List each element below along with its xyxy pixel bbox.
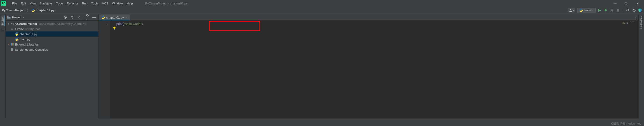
tree-label: chapter01.py: [20, 32, 37, 36]
line-gutter[interactable]: 1: [98, 21, 110, 118]
tool-tab-project[interactable]: Project: [1, 16, 5, 26]
python-icon: [579, 9, 583, 12]
window-title: PyCharmProject - chapter01.py: [145, 2, 188, 5]
menu-run[interactable]: Run: [80, 1, 90, 6]
next-problem-icon[interactable]: ˅: [632, 21, 634, 24]
right-tool-strip: Notifications: [638, 14, 644, 118]
code-with-me-button[interactable]: [638, 8, 642, 13]
expand-arrow-icon[interactable]: ▾: [7, 22, 10, 26]
svg-rect-10: [13, 43, 14, 45]
user-button[interactable]: ▾: [568, 8, 575, 13]
folder-icon: ■: [14, 27, 16, 31]
run-config-name: main: [584, 9, 591, 12]
tree-path: D:\Software\PyCharm\PyCharmPro: [39, 22, 86, 26]
code-area[interactable]: print("hello world") 💡 ⚠ 1 ˄ ˅: [110, 21, 638, 118]
maximize-button[interactable]: ☐: [621, 0, 632, 7]
code-line[interactable]: print("hello world"): [116, 22, 638, 26]
dropdown-arrow-icon: ▾: [573, 9, 574, 12]
editor-inspection[interactable]: ⚠ 1 ˄ ˅: [622, 21, 634, 24]
structure-tool-icon[interactable]: ☰: [1, 28, 4, 32]
stop-button[interactable]: [616, 8, 620, 13]
tab-label: chapter01.py: [106, 16, 124, 19]
code-string: "hello world": [124, 22, 142, 26]
run-config-selector[interactable]: main ▾: [577, 8, 596, 13]
line-number[interactable]: 1: [98, 22, 108, 26]
dropdown-arrow-icon: ▾: [592, 9, 594, 12]
menu-view[interactable]: View: [28, 1, 38, 6]
minimize-button[interactable]: —: [610, 0, 621, 7]
problems-count: 1: [626, 21, 628, 24]
breadcrumb[interactable]: PyCharmProject 〉 chapter01.py: [2, 8, 54, 13]
title-bar: PC File Edit View Navigate Code Refactor…: [0, 0, 644, 7]
expand-arrow-icon[interactable]: ▸: [7, 43, 10, 46]
svg-line-5: [628, 11, 630, 12]
select-opened-file-icon[interactable]: [62, 16, 68, 19]
menu-help[interactable]: Help: [125, 1, 135, 6]
tree-external-libs[interactable]: ▸ External Libraries: [6, 42, 98, 47]
tree-venv[interactable]: ▸ ■ venv library root: [6, 26, 98, 31]
prev-problem-icon[interactable]: ˄: [630, 21, 631, 24]
code-paren: ): [142, 22, 143, 26]
user-icon: [569, 9, 572, 12]
close-button[interactable]: ✕: [632, 0, 643, 7]
menu-window[interactable]: Window: [110, 1, 125, 6]
library-icon: [11, 43, 14, 46]
debug-button[interactable]: [604, 8, 608, 13]
menu-tools[interactable]: Tools: [90, 1, 100, 6]
expand-arrow-icon[interactable]: ▸: [11, 27, 14, 31]
tool-tab-notifications[interactable]: Notifications: [640, 14, 643, 31]
tree-file-main[interactable]: main.py: [6, 37, 98, 42]
svg-point-1: [34, 11, 34, 12]
search-button[interactable]: [626, 8, 630, 13]
svg-point-7: [65, 17, 66, 18]
python-file-icon: [31, 9, 35, 12]
app-icon: PC: [1, 1, 6, 6]
tree-root[interactable]: ▾ ■ PyCharmProject D:\Software\PyCharm\P…: [6, 21, 98, 26]
tree-label: PyCharmProject: [13, 22, 37, 26]
close-tab-icon[interactable]: ×: [126, 16, 128, 19]
svg-point-4: [627, 9, 629, 11]
menu-vcs[interactable]: VCS: [100, 1, 110, 6]
breadcrumb-project[interactable]: PyCharmProject: [2, 9, 26, 12]
project-tree[interactable]: ▾ ■ PyCharmProject D:\Software\PyCharm\P…: [6, 21, 98, 52]
python-file-icon: [15, 37, 19, 41]
editor-tab-chapter01[interactable]: chapter01.py ×: [100, 15, 130, 20]
run-button[interactable]: ▶: [598, 8, 602, 13]
tree-file-chapter01[interactable]: chapter01.py: [6, 31, 98, 37]
project-panel: Project ▾ | ▾ — ▾ ■ PyCharmProject: [6, 14, 98, 118]
tree-label: Scratches and Consoles: [15, 48, 48, 51]
svg-rect-9: [12, 43, 12, 45]
separator: [623, 8, 623, 13]
menu-refactor[interactable]: Refactor: [65, 1, 80, 6]
status-bar: CSDN @帅小伙low_key: [611, 121, 644, 126]
menu-edit[interactable]: Edit: [19, 1, 28, 6]
svg-rect-2: [612, 9, 613, 12]
tree-scratches[interactable]: Scratches and Consoles: [6, 47, 98, 52]
tree-hint: library root: [26, 27, 40, 31]
folder-icon: ■: [11, 22, 12, 25]
warning-icon: ⚠: [622, 21, 625, 24]
settings-button[interactable]: [632, 8, 636, 13]
project-view-icon: [7, 16, 11, 19]
dropdown-arrow-icon[interactable]: ▾: [23, 16, 24, 19]
collapse-all-icon[interactable]: [76, 16, 81, 19]
watermark-text: CSDN @帅小伙low_key: [611, 122, 641, 126]
breadcrumb-separator-icon: 〉: [27, 8, 30, 13]
panel-settings-icon[interactable]: ▾: [85, 14, 90, 21]
menu-code[interactable]: Code: [54, 1, 65, 6]
expand-all-icon[interactable]: [70, 16, 75, 19]
intention-bulb-icon[interactable]: 💡: [112, 27, 116, 30]
svg-rect-8: [11, 43, 12, 45]
run-coverage-button[interactable]: [610, 8, 614, 13]
breadcrumb-file[interactable]: chapter01.py: [36, 9, 54, 12]
tree-label: External Libraries: [15, 43, 38, 46]
menu-file[interactable]: File: [10, 1, 19, 6]
project-panel-title[interactable]: Project: [12, 16, 22, 19]
menu-navigate[interactable]: Navigate: [38, 1, 54, 6]
svg-rect-3: [617, 9, 619, 12]
code-func: print: [116, 22, 122, 26]
hide-panel-icon[interactable]: —: [91, 15, 97, 20]
tree-label: venv: [17, 27, 23, 31]
tab-more-icon[interactable]: ⋮: [632, 15, 638, 20]
editor-body[interactable]: 1 print("hello world") 💡 ⚠ 1 ˄ ˅: [98, 21, 638, 118]
